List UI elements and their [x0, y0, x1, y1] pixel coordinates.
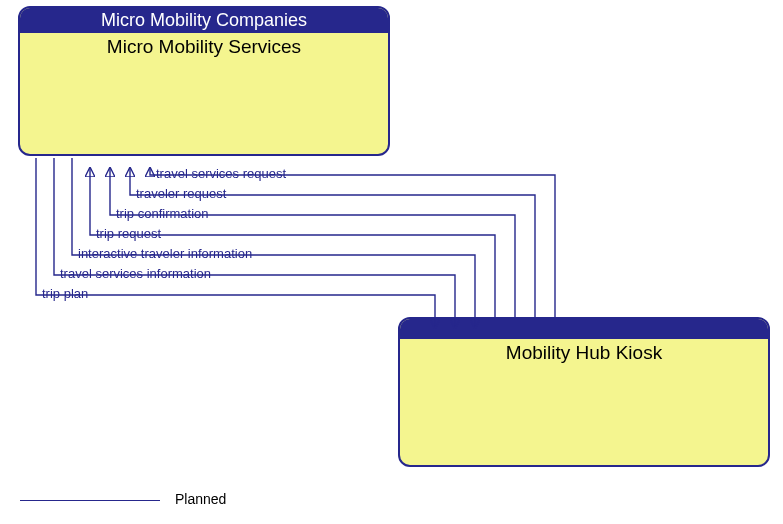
flow-label-3: trip request [96, 226, 161, 241]
flow-label-0: travel services request [156, 166, 286, 181]
node-title-target: Mobility Hub Kiosk [400, 339, 768, 364]
flow-label-6: trip plan [42, 286, 88, 301]
flow-path-6 [36, 158, 435, 328]
node-header-target [400, 319, 768, 339]
node-header-source: Micro Mobility Companies [20, 8, 388, 33]
flow-label-5: travel services information [60, 266, 211, 281]
node-title-source: Micro Mobility Services [20, 33, 388, 58]
node-mobility-hub-kiosk: Mobility Hub Kiosk [398, 317, 770, 467]
legend-line-icon [20, 500, 160, 501]
node-micro-mobility-services: Micro Mobility Companies Micro Mobility … [18, 6, 390, 156]
diagram-canvas: Micro Mobility Companies Micro Mobility … [0, 0, 783, 524]
flow-path-5 [54, 158, 455, 328]
legend-label: Planned [175, 491, 226, 507]
flow-label-4: interactive traveler information [78, 246, 252, 261]
flow-label-1: traveler request [136, 186, 226, 201]
flow-path-4 [72, 158, 475, 328]
flow-label-2: trip confirmation [116, 206, 208, 221]
